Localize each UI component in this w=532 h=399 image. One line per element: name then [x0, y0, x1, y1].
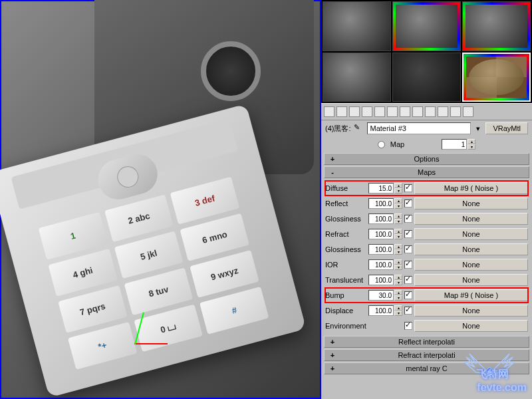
map-slot-button[interactable]: None	[414, 213, 528, 225]
show-map-icon[interactable]	[425, 106, 436, 117]
spinner-up-icon[interactable]: ▴	[394, 198, 402, 203]
rollout-refract-interp[interactable]: + Refract interpolati	[324, 349, 529, 361]
put-to-library-icon[interactable]	[400, 106, 410, 117]
map-enable-checkbox[interactable]	[404, 291, 412, 299]
dropdown-icon[interactable]: ▾	[473, 124, 483, 133]
spinner-up-icon[interactable]: ▴	[394, 244, 402, 249]
map-slot-button[interactable]: Map #9 ( Noise )	[414, 289, 528, 301]
rollout-mental-ray[interactable]: + mental ray C	[324, 362, 529, 374]
put-to-scene-icon[interactable]	[336, 106, 347, 117]
map-enable-checkbox[interactable]	[404, 230, 412, 238]
assign-icon[interactable]	[349, 106, 360, 117]
spinner-up-icon[interactable]: ▴	[394, 305, 402, 311]
gizmo-y-axis[interactable]	[134, 312, 144, 344]
pick-icon[interactable]: ✎	[354, 123, 364, 134]
map-label: Glossiness	[325, 215, 366, 223]
spinner-down-icon[interactable]: ▾	[394, 219, 402, 224]
spinner-up-icon[interactable]: ▴	[394, 213, 402, 219]
map-amount-spinner[interactable]: ▴▾	[368, 275, 402, 285]
spinner-down-icon[interactable]: ▾	[394, 265, 402, 270]
map-amount-spinner[interactable]: ▴▾	[368, 244, 402, 255]
spinner-up-icon[interactable]: ▴	[394, 183, 402, 188]
material-toolbar	[321, 103, 532, 120]
spinner-up-icon[interactable]: ▴	[394, 259, 402, 265]
gizmo-x-axis[interactable]	[134, 343, 168, 344]
map-slot-button[interactable]: Map #9 ( Noise )	[414, 182, 528, 194]
map-amount-spinner[interactable]: ▴▾	[368, 198, 402, 209]
spinner-down-icon[interactable]: ▾	[394, 234, 402, 239]
basic-spinner[interactable]: ▴▾	[442, 139, 475, 150]
map-amount-spinner[interactable]: ▴▾	[368, 213, 402, 224]
go-forward-icon[interactable]	[463, 106, 473, 117]
spinner-up-icon[interactable]: ▴	[394, 275, 402, 280]
map-slot-button[interactable]: None	[414, 198, 528, 209]
map-row-translucent: Translucent▴▾None	[325, 273, 528, 287]
spinner-down-icon[interactable]: ▾	[394, 203, 402, 209]
map-enable-checkbox[interactable]	[404, 261, 412, 269]
spinner-down-icon[interactable]: ▾	[394, 295, 402, 301]
camera-lens	[201, 41, 261, 101]
material-slot[interactable]	[392, 53, 461, 102]
go-parent-icon[interactable]	[450, 106, 461, 117]
map-amount-spinner[interactable]: ▴▾	[368, 183, 402, 194]
basic-params-row: Map ▴▾	[321, 136, 532, 152]
map-amount-spinner[interactable]: ▴▾	[368, 305, 402, 316]
rollout-maps[interactable]: - Maps	[324, 166, 529, 178]
rollout-reflect-interp[interactable]: + Reflect interpolati	[324, 336, 529, 348]
spinner-down-icon[interactable]: ▾	[394, 188, 402, 194]
material-slot[interactable]	[392, 1, 461, 51]
map-row-glossiness: Glossiness▴▾None	[325, 242, 528, 257]
map-amount-spinner[interactable]: ▴▾	[368, 290, 402, 301]
map-enable-checkbox[interactable]	[404, 245, 412, 253]
spinner-up-icon[interactable]: ▴	[394, 290, 402, 295]
make-copy-icon[interactable]	[374, 106, 385, 117]
map-row-diffuse: Diffuse▴▾Map #9 ( Noise )	[325, 181, 528, 196]
map-label: Reflect	[325, 200, 366, 207]
map-row-bump: Bump▴▾Map #9 ( Noise )	[325, 288, 528, 303]
map-enable-checkbox[interactable]	[404, 200, 412, 207]
get-material-icon[interactable]	[324, 106, 334, 117]
spinner-down-icon[interactable]: ▾	[467, 144, 475, 150]
delete-icon[interactable]	[362, 106, 372, 117]
material-name-input[interactable]	[367, 122, 471, 134]
map-label: IOR	[325, 261, 366, 269]
spinner-down-icon[interactable]: ▾	[394, 311, 402, 316]
map-slot-button[interactable]: None	[414, 243, 528, 255]
map-label: Glossiness	[325, 245, 366, 253]
rollout-options[interactable]: + Options	[324, 153, 529, 165]
map-slot-button[interactable]: None	[414, 320, 528, 332]
map-amount-spinner[interactable]: ▴▾	[368, 259, 402, 270]
map-label: Bump	[325, 291, 366, 299]
map-enable-checkbox[interactable]	[404, 322, 412, 330]
map-enable-checkbox[interactable]	[404, 276, 412, 284]
map-label: Refract	[325, 230, 366, 238]
map-enable-checkbox[interactable]	[404, 184, 412, 192]
map-radio[interactable]	[378, 141, 385, 148]
map-row-refract: Refract▴▾None	[325, 227, 528, 241]
material-editor-panel: (4)黑客: ✎ ▾ VRayMtl Map ▴▾ + Options - Ma…	[321, 0, 532, 399]
spinner-down-icon[interactable]: ▾	[394, 280, 402, 285]
map-slot-button[interactable]: None	[414, 228, 528, 240]
spinner-up-icon[interactable]: ▴	[394, 229, 402, 234]
material-id-icon[interactable]	[412, 106, 423, 117]
material-slot[interactable]	[323, 1, 391, 51]
map-enable-checkbox[interactable]	[404, 307, 412, 315]
make-unique-icon[interactable]	[387, 106, 398, 117]
map-slot-button[interactable]: None	[414, 305, 528, 317]
spinner-down-icon[interactable]: ▾	[394, 249, 402, 255]
slot-index-label: (4)黑客:	[325, 124, 351, 134]
map-slot-button[interactable]: None	[414, 259, 528, 271]
spinner-up-icon[interactable]: ▴	[467, 139, 475, 144]
map-amount-spinner[interactable]: ▴▾	[368, 229, 402, 239]
map-slot-button[interactable]: None	[414, 274, 528, 286]
transform-gizmo[interactable]	[134, 305, 174, 344]
material-slot[interactable]	[462, 1, 531, 51]
material-slot-selected[interactable]	[462, 53, 531, 102]
material-type-button[interactable]: VRayMtl	[485, 122, 528, 134]
show-end-result-icon[interactable]	[438, 106, 448, 117]
map-label: Environment	[325, 322, 366, 330]
material-slot[interactable]	[323, 53, 391, 102]
map-enable-checkbox[interactable]	[404, 215, 412, 223]
material-slots	[321, 0, 532, 103]
viewport-3d[interactable]: 1 2 abc 3 def 4 ghi 5 jkl 6 mno 7 pqrs 8…	[0, 0, 321, 399]
